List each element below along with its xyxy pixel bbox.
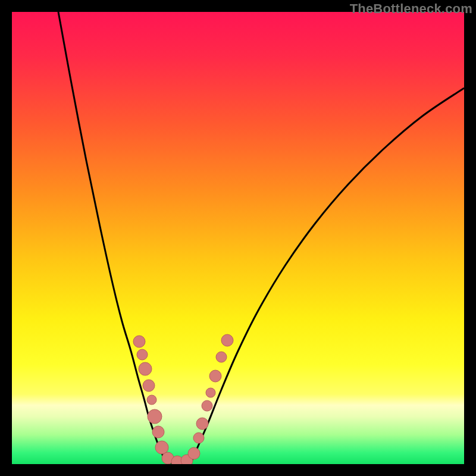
highlight-dot xyxy=(209,370,221,382)
highlight-dot xyxy=(221,334,233,346)
watermark-text: TheBottleneck.com xyxy=(350,1,472,17)
chart-svg xyxy=(12,12,464,464)
highlight-dot xyxy=(143,380,155,392)
highlight-dot xyxy=(133,336,145,347)
highlight-dot xyxy=(216,352,227,362)
highlight-dot xyxy=(137,349,148,360)
highlight-dot xyxy=(193,433,204,443)
highlight-dot xyxy=(206,388,215,397)
highlight-dot xyxy=(196,418,208,430)
highlight-dot xyxy=(188,447,200,459)
highlight-dot xyxy=(148,409,162,424)
chart-plot xyxy=(12,12,464,464)
highlight-dot xyxy=(152,426,164,438)
highlight-dot xyxy=(202,400,212,411)
chart-background xyxy=(12,12,464,464)
highlight-dot xyxy=(139,362,152,375)
highlight-dot xyxy=(155,441,168,454)
highlight-dot xyxy=(147,395,156,405)
